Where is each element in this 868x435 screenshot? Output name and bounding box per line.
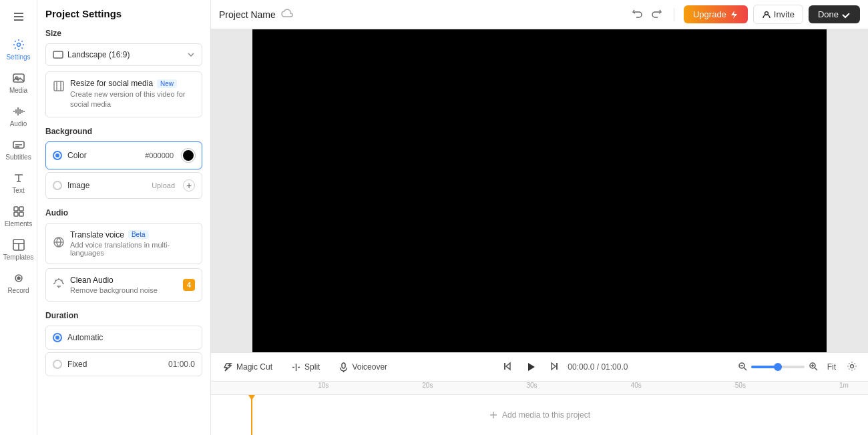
magic-cut-icon [223, 362, 233, 372]
timeline-settings-button[interactable] [844, 358, 860, 376]
resize-icon [53, 80, 65, 94]
size-dropdown[interactable]: Landscape (16:9) [45, 43, 202, 66]
image-option-card[interactable]: Image Upload + [45, 172, 202, 199]
split-button[interactable]: Split [287, 360, 324, 375]
fixed-label: Fixed [67, 360, 163, 369]
undo-redo-controls [630, 5, 664, 23]
zoom-in-button[interactable] [807, 360, 819, 374]
bottom-toolbar: Magic Cut Split Voiceover 00:00.0 / [211, 352, 868, 382]
fixed-duration-value: 01:00.0 [168, 360, 195, 369]
play-icon [523, 360, 538, 374]
zoom-controls [736, 360, 819, 374]
fit-button[interactable]: Fit [825, 360, 839, 374]
zoom-out-icon [738, 362, 747, 371]
sidebar-item-media[interactable]: Media [0, 66, 37, 99]
playback-controls: 00:00.0 / 01:00.0 [499, 357, 628, 377]
fixed-duration-card[interactable]: Fixed 01:00.0 [45, 352, 202, 376]
fixed-radio[interactable] [53, 360, 62, 369]
image-label: Image [67, 181, 146, 190]
color-hex-value: #000000 [145, 151, 174, 159]
sidebar-item-settings[interactable]: Settings [0, 33, 37, 66]
gear-icon [847, 361, 857, 372]
sidebar-item-templates[interactable]: Templates [0, 233, 37, 266]
size-section-label: Size [45, 29, 202, 38]
svg-rect-9 [14, 207, 18, 211]
ruler-mark-1m: 1m [839, 382, 849, 389]
icon-sidebar: Settings Media Audio Subtitles Text [0, 0, 37, 435]
add-media-button[interactable]: Add media to this project [489, 410, 590, 420]
size-value: Landscape (16:9) [67, 50, 130, 59]
automatic-duration-card[interactable]: Automatic [45, 326, 202, 350]
sidebar-item-elements[interactable]: Elements [0, 199, 37, 233]
svg-line-30 [744, 368, 746, 370]
zoom-in-icon [809, 362, 818, 371]
resize-description: Create new version of this video for soc… [70, 89, 195, 110]
skip-back-button[interactable] [499, 358, 515, 376]
timeline-ruler: 10s 20s 30s 40s 50s 1m [211, 382, 868, 395]
svg-rect-25 [342, 363, 345, 368]
cloud-save-icon[interactable] [281, 7, 293, 21]
clean-audio-card[interactable]: Clean Audio Remove background noise 4 [45, 268, 202, 302]
svg-line-33 [815, 368, 817, 370]
playhead [251, 395, 252, 435]
sidebar-item-audio[interactable]: Audio [0, 99, 37, 133]
skip-forward-button[interactable] [546, 358, 562, 376]
svg-rect-12 [19, 212, 23, 216]
svg-rect-19 [54, 81, 63, 91]
play-button[interactable] [521, 357, 541, 377]
svg-rect-18 [53, 51, 63, 58]
top-bar: Project Name Upgrade Invite Done [211, 0, 868, 29]
divider [674, 8, 674, 21]
sidebar-item-text[interactable]: Text [0, 166, 37, 199]
split-icon [291, 362, 301, 372]
panel-title: Project Settings [45, 8, 202, 19]
translate-voice-card[interactable]: Translate voice Beta Add voice translati… [45, 223, 202, 264]
color-option-card[interactable]: Color #000000 [45, 141, 202, 169]
background-options: Color #000000 Image Upload + [45, 141, 202, 199]
clean-audio-description: Remove background noise [70, 286, 178, 294]
svg-point-36 [851, 364, 854, 368]
main-area: Project Name Upgrade Invite Done [211, 0, 868, 435]
settings-panel: Project Settings Size Landscape (16:9) R… [37, 0, 211, 435]
automatic-radio[interactable] [53, 333, 62, 342]
background-section-label: Background [45, 127, 202, 136]
zoom-slider[interactable] [751, 366, 805, 368]
timeline-content[interactable]: Add media to this project [211, 395, 868, 435]
color-radio[interactable] [53, 151, 62, 160]
sidebar-item-record[interactable]: Record [0, 266, 37, 300]
current-time: 00:00.0 / 01:00.0 [568, 362, 628, 372]
timeline-area: 10s 20s 30s 40s 50s 1m Add media to this… [211, 382, 868, 435]
beta-badge: Beta [128, 230, 149, 239]
invite-button[interactable]: Invite [753, 5, 803, 24]
voiceover-button[interactable]: Voiceover [335, 360, 391, 375]
resize-social-card[interactable]: Resize for social media New Create new v… [45, 71, 202, 117]
resize-title: Resize for social media [70, 79, 153, 88]
undo-button[interactable] [630, 5, 646, 23]
svg-point-17 [17, 277, 20, 280]
upload-button[interactable]: Upload [152, 181, 175, 189]
mic-icon [339, 362, 349, 372]
checkmark-icon [841, 10, 851, 19]
translate-voice-description: Add voice translations in multi-language… [70, 241, 195, 257]
right-controls: Fit [736, 358, 860, 376]
project-name: Project Name [219, 9, 276, 20]
hamburger-button[interactable] [7, 5, 30, 30]
magic-cut-button[interactable]: Magic Cut [219, 360, 276, 375]
ruler-mark-40s: 40s [631, 382, 642, 389]
playhead-indicator [248, 395, 255, 400]
ruler-mark-50s: 50s [735, 382, 746, 389]
sidebar-item-subtitles[interactable]: Subtitles [0, 133, 37, 166]
clean-audio-badge: 4 [183, 279, 195, 291]
color-swatch[interactable] [182, 149, 195, 162]
audio-section-label: Audio [45, 208, 202, 218]
clean-audio-icon [53, 278, 65, 292]
zoom-out-button[interactable] [736, 360, 748, 374]
translate-icon [53, 236, 65, 250]
redo-button[interactable] [648, 5, 664, 23]
upgrade-button[interactable]: Upgrade [684, 5, 748, 23]
lightning-icon [729, 10, 738, 19]
image-radio[interactable] [53, 181, 62, 190]
done-button[interactable]: Done [809, 5, 860, 23]
add-image-button[interactable]: + [183, 179, 195, 191]
chevron-down-icon [187, 51, 195, 59]
